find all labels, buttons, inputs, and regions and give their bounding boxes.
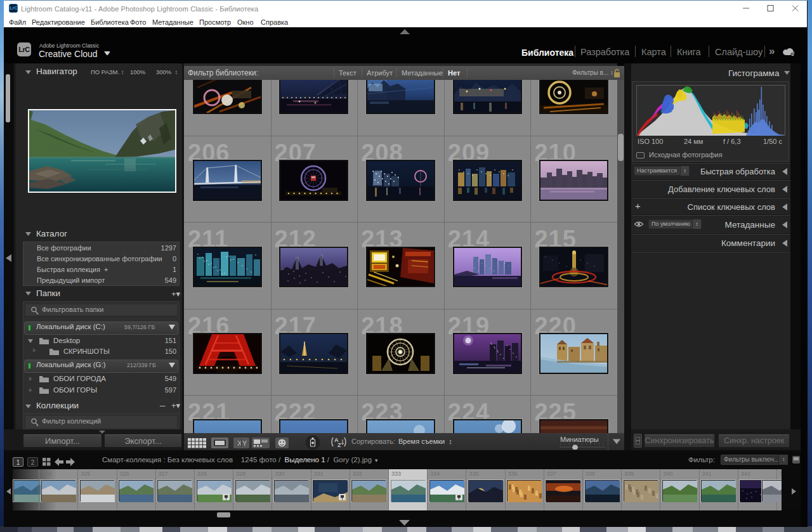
svg-text:Y: Y [242,439,247,447]
svg-text:Z: Z [337,442,341,448]
